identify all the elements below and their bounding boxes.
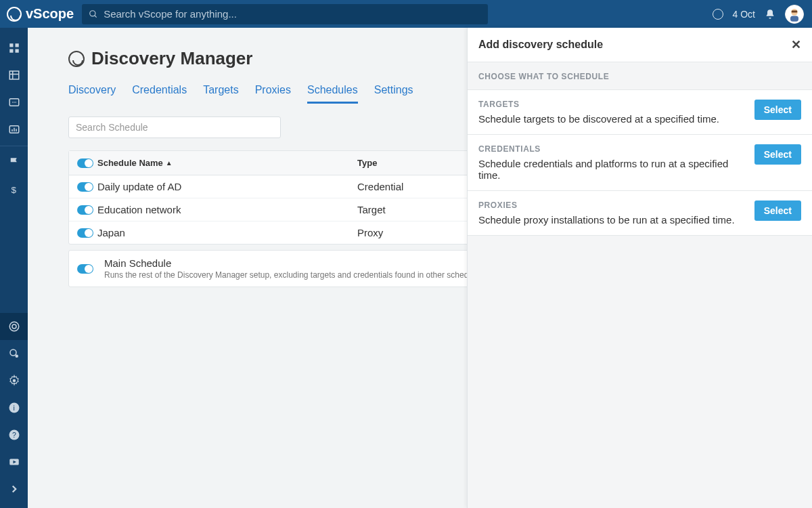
sidebar-item-help[interactable]: ? bbox=[0, 421, 28, 448]
panel-option-targets: TARGETS Schedule targets to be discovere… bbox=[468, 89, 812, 135]
global-search[interactable]: Search vScope for anything... bbox=[82, 4, 488, 24]
svg-point-15 bbox=[15, 102, 16, 103]
main-schedule-desc: Runs the rest of the Discovery Manager s… bbox=[104, 270, 486, 280]
panel-option-credentials: CREDENTIALS Schedule credentials and pla… bbox=[468, 135, 812, 191]
select-proxies-button[interactable]: Select bbox=[754, 200, 801, 221]
sidebar-item-discovery-settings[interactable] bbox=[0, 340, 28, 367]
panel-header: Add discovery schedule ✕ bbox=[468, 28, 812, 62]
main-schedule-toggle[interactable] bbox=[77, 264, 93, 274]
svg-rect-19 bbox=[16, 129, 17, 131]
row-name: Daily update of AD bbox=[97, 181, 357, 192]
svg-point-13 bbox=[12, 102, 14, 103]
svg-rect-17 bbox=[12, 129, 13, 131]
sidebar-item-settings[interactable] bbox=[0, 367, 28, 394]
logo[interactable]: vScope bbox=[7, 6, 74, 22]
svg-point-25 bbox=[12, 379, 16, 383]
row-name: Education network bbox=[97, 204, 357, 215]
panel-section-label: CHOOSE WHAT TO SCHEDULE bbox=[468, 62, 812, 89]
svg-rect-9 bbox=[9, 71, 19, 79]
page-title: Discovery Manager bbox=[91, 48, 252, 69]
schedules-table: Schedule Name ▲ Type Daily update of AD … bbox=[68, 150, 501, 245]
row-toggle[interactable] bbox=[77, 228, 93, 238]
tab-schedules[interactable]: Schedules bbox=[307, 81, 358, 104]
logo-icon bbox=[7, 7, 22, 22]
sidebar-item-dashboard[interactable] bbox=[0, 35, 28, 62]
header-right: 4 Oct bbox=[713, 5, 804, 24]
search-icon bbox=[89, 9, 98, 19]
sidebar-item-reports[interactable] bbox=[0, 116, 28, 143]
sort-asc-icon: ▲ bbox=[166, 159, 173, 167]
discovery-icon bbox=[68, 51, 85, 67]
brand-name: vScope bbox=[26, 6, 74, 22]
search-schedule-placeholder: Search Schedule bbox=[76, 122, 148, 133]
table-row[interactable]: Daily update of AD Credential bbox=[69, 175, 501, 198]
header-date: 4 Oct bbox=[733, 9, 755, 20]
row-toggle[interactable] bbox=[77, 182, 93, 192]
svg-point-21 bbox=[9, 322, 19, 331]
table-row[interactable]: Education network Target bbox=[69, 198, 501, 221]
svg-point-23 bbox=[10, 350, 16, 356]
svg-point-0 bbox=[90, 10, 95, 16]
table-header: Schedule Name ▲ Type bbox=[69, 151, 501, 175]
sidebar-item-discovery[interactable] bbox=[0, 313, 28, 340]
svg-rect-7 bbox=[9, 49, 13, 53]
sidebar-item-billing[interactable]: $ bbox=[0, 176, 28, 203]
svg-rect-6 bbox=[15, 43, 18, 47]
bell-icon[interactable] bbox=[765, 8, 775, 20]
tab-settings[interactable]: Settings bbox=[374, 81, 413, 104]
sidebar-expand[interactable] bbox=[0, 475, 28, 503]
option-desc: Schedule targets to be discovered at a s… bbox=[478, 113, 746, 125]
svg-text:?: ? bbox=[12, 431, 16, 439]
sidebar-item-tables[interactable] bbox=[0, 62, 28, 89]
option-label: PROXIES bbox=[478, 200, 746, 210]
select-targets-button[interactable]: Select bbox=[754, 100, 801, 120]
sidebar-item-video[interactable] bbox=[0, 448, 28, 475]
svg-rect-5 bbox=[9, 43, 13, 47]
tab-targets[interactable]: Targets bbox=[203, 81, 238, 104]
tab-credentials[interactable]: Credentials bbox=[132, 81, 187, 104]
svg-rect-8 bbox=[15, 49, 18, 53]
option-label: CREDENTIALS bbox=[478, 144, 746, 154]
toggle-all[interactable] bbox=[77, 158, 93, 168]
sidebar-item-messages[interactable] bbox=[0, 89, 28, 116]
sidebar: $ i ? bbox=[0, 28, 28, 508]
avatar[interactable] bbox=[785, 5, 804, 24]
panel-option-proxies: PROXIES Schedule proxy installations to … bbox=[468, 191, 812, 236]
svg-point-22 bbox=[12, 324, 16, 329]
svg-rect-18 bbox=[14, 128, 15, 131]
select-credentials-button[interactable]: Select bbox=[754, 144, 801, 165]
main-schedule-title: Main Schedule bbox=[104, 257, 486, 269]
tab-discovery[interactable]: Discovery bbox=[68, 81, 116, 104]
svg-line-1 bbox=[95, 15, 97, 17]
svg-text:i: i bbox=[13, 404, 14, 412]
sidebar-item-flag[interactable] bbox=[0, 149, 28, 176]
option-desc: Schedule credentials and platforms to ru… bbox=[478, 158, 746, 181]
column-name-header[interactable]: Schedule Name ▲ bbox=[97, 158, 357, 168]
search-placeholder: Search vScope for anything... bbox=[104, 8, 237, 20]
svg-rect-4 bbox=[792, 10, 797, 12]
panel-title: Add discovery schedule bbox=[478, 39, 603, 51]
top-bar: vScope Search vScope for anything... 4 O… bbox=[0, 0, 812, 28]
svg-text:$: $ bbox=[11, 185, 16, 195]
row-toggle[interactable] bbox=[77, 205, 93, 215]
main-schedule-row[interactable]: Main Schedule Runs the rest of the Disco… bbox=[68, 250, 501, 287]
option-desc: Schedule proxy installations to be run a… bbox=[478, 214, 746, 226]
row-name: Japan bbox=[97, 227, 357, 238]
table-row[interactable]: Japan Proxy bbox=[69, 221, 501, 244]
svg-point-14 bbox=[14, 102, 15, 103]
svg-rect-3 bbox=[790, 16, 798, 21]
radar-icon[interactable] bbox=[713, 9, 723, 20]
add-schedule-panel: Add discovery schedule ✕ CHOOSE WHAT TO … bbox=[467, 28, 812, 508]
search-schedule-input[interactable]: Search Schedule bbox=[68, 117, 281, 138]
svg-point-24 bbox=[15, 355, 18, 358]
option-label: TARGETS bbox=[478, 100, 746, 109]
close-icon[interactable]: ✕ bbox=[791, 37, 801, 52]
sidebar-item-info[interactable]: i bbox=[0, 394, 28, 421]
tab-proxies[interactable]: Proxies bbox=[255, 81, 291, 104]
